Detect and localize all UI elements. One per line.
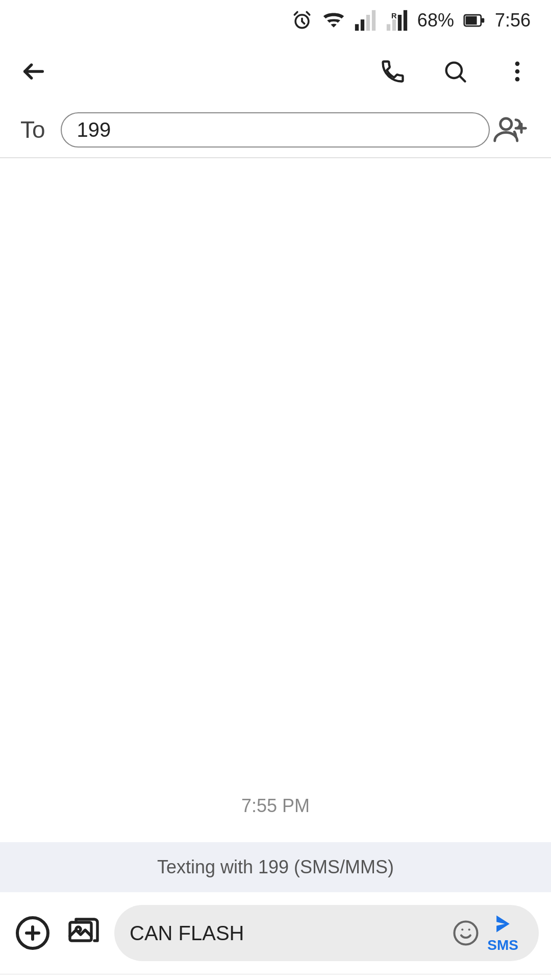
search-icon: [442, 58, 468, 85]
svg-point-21: [515, 69, 520, 74]
add-circle-icon: [14, 915, 51, 951]
send-button[interactable]: SMS: [482, 913, 523, 953]
svg-point-20: [515, 62, 520, 66]
media-picker-button[interactable]: [63, 913, 104, 953]
signal-icon: [354, 9, 377, 32]
message-input[interactable]: [130, 922, 449, 945]
r-signal-icon: R: [386, 9, 408, 32]
search-button[interactable]: [437, 53, 473, 90]
message-input-wrap: SMS: [114, 905, 539, 961]
svg-rect-15: [466, 16, 477, 25]
svg-line-19: [460, 77, 465, 81]
svg-rect-10: [392, 19, 396, 31]
svg-rect-7: [366, 15, 370, 31]
svg-rect-11: [398, 15, 402, 31]
back-button[interactable]: [15, 53, 52, 90]
battery-icon: [463, 9, 486, 32]
app-bar: [0, 41, 551, 102]
emoji-button[interactable]: [449, 917, 482, 949]
svg-rect-12: [404, 10, 407, 31]
svg-rect-8: [372, 10, 375, 31]
svg-line-2: [302, 21, 305, 24]
send-icon: [489, 913, 517, 935]
svg-line-4: [307, 12, 310, 15]
svg-rect-6: [361, 19, 364, 31]
nav-bar: [0, 974, 551, 980]
photo-library-icon: [65, 915, 102, 951]
more-options-button[interactable]: [499, 53, 536, 90]
status-bar: R 68% 7:56: [0, 0, 551, 41]
call-button[interactable]: [374, 53, 411, 90]
info-banner: Texting with 199 (SMS/MMS): [0, 842, 551, 892]
svg-text:R: R: [391, 12, 397, 20]
add-contact-button[interactable]: [490, 109, 531, 150]
recipient-number: 199: [77, 118, 111, 141]
to-field: To 199: [0, 102, 551, 158]
message-area: 7:55 PM: [0, 493, 551, 842]
message-timestamp: 7:55 PM: [241, 795, 310, 817]
svg-point-31: [455, 922, 478, 945]
svg-line-3: [294, 12, 297, 15]
add-attachment-button[interactable]: [12, 913, 53, 953]
back-arrow-icon: [20, 58, 47, 85]
info-text: Texting with 199 (SMS/MMS): [157, 856, 394, 877]
phone-icon: [380, 58, 406, 85]
time: 7:56: [495, 10, 531, 31]
svg-rect-9: [387, 24, 390, 31]
svg-rect-16: [482, 18, 485, 22]
recipient-chip[interactable]: 199: [61, 112, 490, 148]
input-bar: SMS: [0, 892, 551, 974]
svg-rect-5: [355, 24, 359, 31]
more-vert-icon: [504, 58, 531, 85]
svg-marker-34: [496, 916, 510, 933]
emoji-icon: [452, 919, 480, 947]
add-person-icon: [493, 113, 527, 146]
send-label: SMS: [487, 937, 518, 953]
svg-point-23: [500, 118, 512, 130]
svg-point-18: [446, 63, 462, 78]
svg-point-22: [515, 77, 520, 82]
message-content: 7:55 PM: [0, 158, 551, 842]
alarm-icon: [291, 9, 313, 32]
wifi-icon: [322, 9, 345, 32]
to-label: To: [20, 116, 45, 143]
battery-percent: 68%: [417, 10, 454, 31]
